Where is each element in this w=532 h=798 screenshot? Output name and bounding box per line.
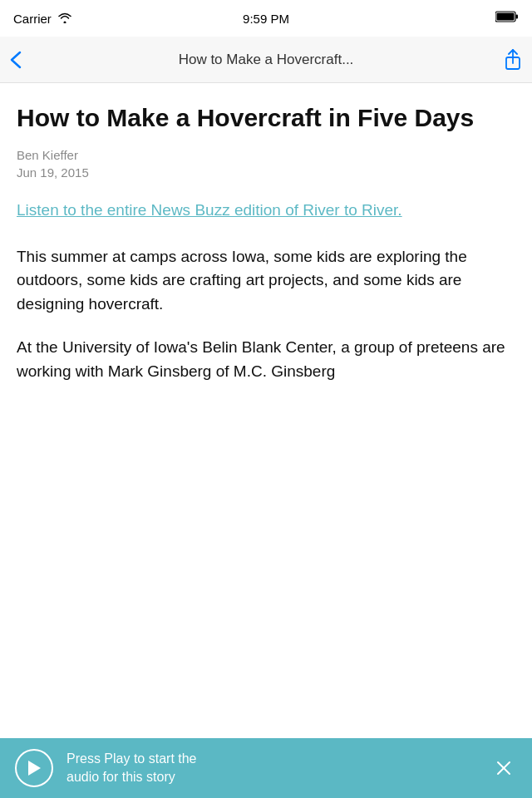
carrier-label: Carrier <box>13 12 52 26</box>
svg-rect-1 <box>516 15 519 19</box>
audio-play-button[interactable] <box>15 749 53 787</box>
article-paragraph-1: This summer at camps across Iowa, some k… <box>17 245 515 317</box>
audio-bar: Press Play to start the audio for this s… <box>0 738 532 798</box>
audio-close-button[interactable] <box>490 755 517 781</box>
wifi-icon <box>58 12 71 26</box>
battery-icon <box>495 11 519 26</box>
article-author: Ben Kieffer <box>17 148 515 162</box>
nav-bar: How to Make a Hovercraft... <box>0 37 532 83</box>
article-body: This summer at camps across Iowa, some k… <box>17 245 515 384</box>
article-link[interactable]: Listen to the entire News Buzz edition o… <box>17 200 515 222</box>
article-paragraph-2: At the University of Iowa's Belin Blank … <box>17 336 515 383</box>
share-button[interactable] <box>485 49 522 71</box>
audio-message: Press Play to start the audio for this s… <box>53 750 490 786</box>
back-button[interactable] <box>10 51 47 69</box>
article-date: Jun 19, 2015 <box>17 165 515 180</box>
svg-marker-5 <box>28 761 41 776</box>
article-content: How to Make a Hovercraft in Five Days Be… <box>0 83 532 738</box>
audio-message-line2: audio for this story <box>66 768 477 786</box>
status-bar: Carrier 9:59 PM <box>0 0 532 37</box>
status-time: 9:59 PM <box>243 12 289 26</box>
svg-rect-2 <box>497 13 515 21</box>
nav-title: How to Make a Hovercraft... <box>47 52 485 68</box>
audio-message-line1: Press Play to start the <box>66 750 477 768</box>
article-title: How to Make a Hovercraft in Five Days <box>17 103 515 133</box>
